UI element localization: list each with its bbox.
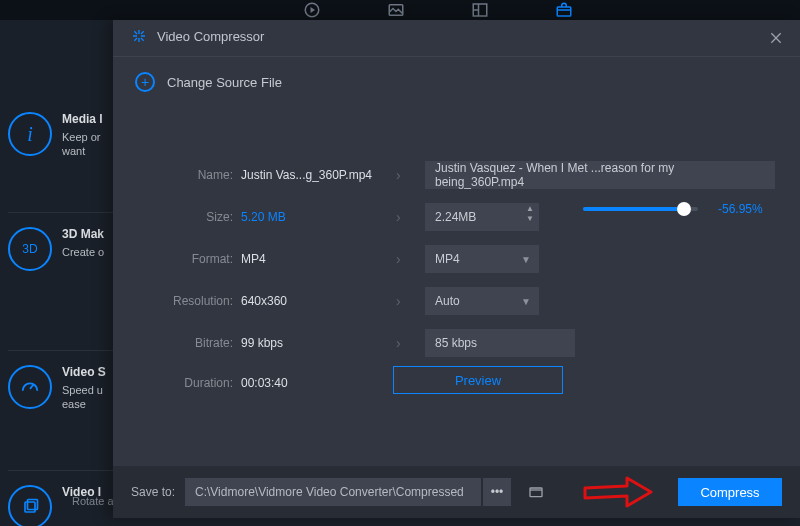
label-name: Name: bbox=[173, 168, 233, 182]
sidebar-item-label: 3D MakCreate o bbox=[62, 227, 104, 259]
source-duration: 00:03:40 bbox=[241, 376, 288, 390]
size-spinner[interactable]: ▲▼ bbox=[525, 205, 535, 223]
caret-down-icon: ▼ bbox=[521, 296, 531, 307]
browse-path-button[interactable]: ••• bbox=[483, 478, 511, 506]
top-toolbar bbox=[0, 0, 800, 20]
row-name: Name: Justin Vas...g_360P.mp4 › Justin V… bbox=[113, 160, 800, 190]
tab-toolbox-icon[interactable] bbox=[552, 0, 576, 20]
svg-rect-4 bbox=[25, 502, 35, 512]
svg-rect-7 bbox=[530, 488, 542, 497]
row-resolution: Resolution: 640x360 › Auto▼ bbox=[113, 286, 800, 316]
reduction-percent: -56.95% bbox=[718, 202, 763, 216]
target-size-stepper[interactable]: 2.24MB ▲▼ bbox=[425, 203, 539, 231]
label-duration: Duration: bbox=[173, 376, 233, 390]
save-to-label: Save to: bbox=[131, 485, 175, 499]
row-size: Size: 5.20 MB › 2.24MB ▲▼ -56.95% bbox=[113, 202, 800, 232]
preview-button[interactable]: Preview bbox=[393, 366, 563, 394]
source-resolution: 640x360 bbox=[241, 294, 287, 308]
target-format-select[interactable]: MP4▼ bbox=[425, 245, 539, 273]
sidebar-item-3d[interactable]: 3D 3D MakCreate o bbox=[8, 212, 121, 264]
svg-rect-3 bbox=[557, 7, 571, 16]
tab-image-icon[interactable] bbox=[384, 0, 408, 20]
row-format: Format: MP4 › MP4▼ bbox=[113, 244, 800, 274]
folder-icon bbox=[526, 484, 546, 500]
label-size: Size: bbox=[173, 210, 233, 224]
compress-icon bbox=[131, 28, 147, 44]
row-bitrate: Bitrate: 99 kbps › 85 kbps bbox=[113, 328, 800, 358]
size-slider-group: -56.95% bbox=[583, 202, 763, 216]
divider bbox=[113, 56, 800, 57]
chevron-right-icon: › bbox=[396, 335, 401, 351]
target-resolution-select[interactable]: Auto▼ bbox=[425, 287, 539, 315]
source-format: MP4 bbox=[241, 252, 266, 266]
three-d-icon: 3D bbox=[8, 227, 52, 271]
tab-layout-icon[interactable] bbox=[468, 0, 492, 20]
save-path-field[interactable]: C:\Vidmore\Vidmore Video Converter\Compr… bbox=[185, 478, 481, 506]
source-size: 5.20 MB bbox=[241, 210, 286, 224]
open-folder-button[interactable] bbox=[521, 478, 551, 506]
close-icon bbox=[768, 30, 784, 46]
source-bitrate: 99 kbps bbox=[241, 336, 283, 350]
sidebar-item-media[interactable]: i Media IKeep or want bbox=[8, 112, 121, 164]
modal-title-bar: Video Compressor bbox=[131, 28, 264, 44]
svg-rect-5 bbox=[28, 500, 38, 510]
chevron-right-icon: › bbox=[396, 167, 401, 183]
slider-fill bbox=[583, 207, 683, 211]
caret-down-icon: ▼ bbox=[521, 254, 531, 265]
target-bitrate-display: 85 kbps bbox=[425, 329, 575, 357]
info-icon: i bbox=[8, 112, 52, 156]
sidebar-item-speed[interactable]: Video SSpeed u ease bbox=[8, 350, 121, 402]
video-compressor-modal: Video Compressor + Change Source File Na… bbox=[113, 20, 800, 518]
change-source-button[interactable]: + Change Source File bbox=[135, 72, 282, 92]
rotate-icon bbox=[8, 485, 52, 526]
chevron-right-icon: › bbox=[396, 293, 401, 309]
ellipsis-icon: ••• bbox=[491, 485, 504, 499]
annotation-arrow-icon bbox=[583, 476, 653, 508]
spin-down-icon: ▼ bbox=[525, 215, 535, 223]
chevron-right-icon: › bbox=[396, 251, 401, 267]
label-bitrate: Bitrate: bbox=[173, 336, 233, 350]
change-source-label: Change Source File bbox=[167, 75, 282, 90]
slider-thumb[interactable] bbox=[677, 202, 691, 216]
modal-footer: Save to: C:\Vidmore\Vidmore Video Conver… bbox=[113, 466, 800, 518]
plus-circle-icon: + bbox=[135, 72, 155, 92]
label-format: Format: bbox=[173, 252, 233, 266]
target-name-input[interactable]: Justin Vasquez - When I Met ...reason fo… bbox=[425, 161, 775, 189]
size-slider[interactable] bbox=[583, 207, 698, 211]
source-name: Justin Vas...g_360P.mp4 bbox=[241, 168, 372, 182]
tab-play-icon[interactable] bbox=[300, 0, 324, 20]
speedometer-icon bbox=[8, 365, 52, 409]
sidebar: i Media IKeep or want 3D 3D MakCreate o … bbox=[0, 20, 113, 520]
spin-up-icon: ▲ bbox=[525, 205, 535, 213]
chevron-right-icon: › bbox=[396, 209, 401, 225]
modal-title-text: Video Compressor bbox=[157, 29, 264, 44]
close-button[interactable] bbox=[768, 30, 786, 48]
compress-button[interactable]: Compress bbox=[678, 478, 782, 506]
label-resolution: Resolution: bbox=[173, 294, 233, 308]
